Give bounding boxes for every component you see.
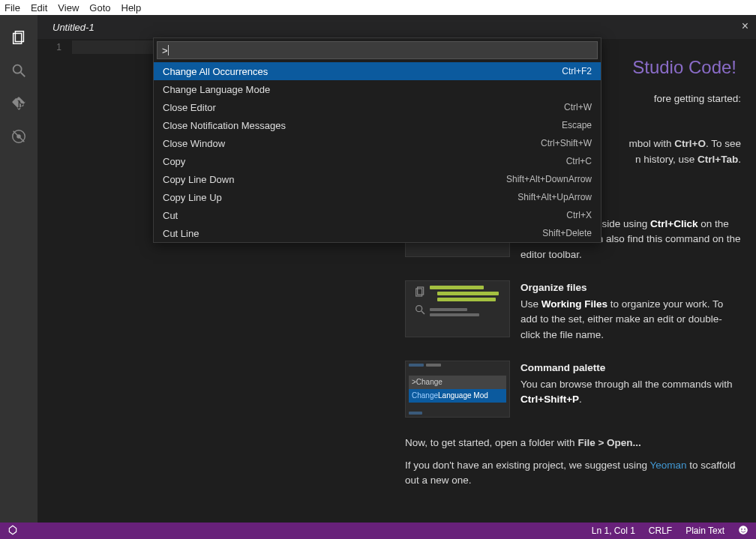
palette-item-close-editor[interactable]: Close EditorCtrl+W	[154, 98, 601, 116]
close-icon[interactable]: ×	[742, 19, 748, 33]
palette-item-label: Close Notification Messages	[163, 120, 286, 131]
editor-tabs: Untitled-1 ×	[38, 15, 756, 39]
menu-file[interactable]: File	[4, 2, 20, 13]
palette-item-shortcut: Ctrl+W	[564, 102, 592, 112]
palette-item-label: Close Window	[163, 138, 225, 149]
feature-organize-text: Use Working Files to organize your work.…	[520, 297, 741, 343]
palette-item-cut[interactable]: CutCtrl+X	[154, 206, 601, 224]
palette-item-close-notification-messages[interactable]: Close Notification MessagesEscape	[154, 116, 601, 134]
svg-point-9	[416, 305, 422, 311]
menu-help[interactable]: Help	[122, 2, 142, 13]
palette-item-shortcut: Ctrl+Shift+W	[541, 138, 592, 148]
palette-item-label: Close Editor	[163, 102, 216, 113]
line-number: 1	[38, 39, 72, 523]
command-palette: > Change All OccurrencesCtrl+F2Change La…	[153, 37, 602, 243]
debug-icon[interactable]	[7, 124, 31, 148]
palette-item-label: Cut Line	[163, 228, 199, 239]
palette-item-shortcut: Shift+Delete	[542, 228, 592, 238]
files-icon[interactable]	[7, 25, 31, 49]
tab-untitled[interactable]: Untitled-1	[52, 22, 94, 33]
palette-item-shortcut: Ctrl+C	[566, 156, 592, 166]
palette-item-change-all-occurrences[interactable]: Change All OccurrencesCtrl+F2	[154, 62, 601, 80]
palette-item-shortcut: Shift+Alt+UpArrow	[518, 192, 592, 202]
svg-line-3	[21, 73, 26, 77]
palette-item-shortcut: Ctrl+X	[566, 210, 592, 220]
palette-item-close-window[interactable]: Close WindowCtrl+Shift+W	[154, 134, 601, 152]
thumb-organize	[405, 280, 510, 337]
svg-point-13	[744, 528, 746, 529]
git-icon[interactable]	[7, 91, 31, 115]
status-bar: Ln 1, Col 1 CRLF Plain Text	[0, 523, 756, 539]
feature-organize-title: Organize files	[520, 280, 741, 295]
palette-item-shortcut: Ctrl+F2	[562, 66, 592, 76]
yeoman-link[interactable]: Yeoman	[650, 460, 687, 471]
menu-goto[interactable]: Goto	[89, 2, 110, 13]
svg-point-12	[741, 528, 742, 529]
feedback-icon[interactable]	[8, 525, 18, 538]
feature-palette-text: You can browse through all the commands …	[520, 377, 741, 408]
thumb-palette: >Change Change Language Mod	[405, 361, 510, 418]
search-icon[interactable]	[7, 58, 31, 82]
feature-palette-title: Command palette	[520, 361, 741, 376]
palette-item-copy[interactable]: CopyCtrl+C	[154, 152, 601, 170]
status-language-mode[interactable]: Plain Text	[686, 526, 724, 536]
palette-item-label: Change All Occurrences	[163, 66, 268, 77]
palette-item-copy-line-down[interactable]: Copy Line DownShift+Alt+DownArrow	[154, 170, 601, 188]
palette-item-label: Copy Line Down	[163, 174, 234, 185]
feature-navigate-text: mbol with Ctrl+O. To see n history, use …	[629, 138, 741, 164]
palette-item-label: Copy	[163, 156, 185, 167]
palette-item-shortcut: Shift+Alt+DownArrow	[506, 174, 592, 184]
palette-item-shortcut: Escape	[562, 120, 592, 130]
palette-item-change-language-mode[interactable]: Change Language Mode	[154, 80, 601, 98]
svg-point-2	[14, 65, 22, 73]
command-palette-input[interactable]: >	[157, 41, 598, 59]
svg-point-6	[16, 134, 21, 139]
palette-item-copy-line-up[interactable]: Copy Line UpShift+Alt+UpArrow	[154, 188, 601, 206]
palette-item-label: Copy Line Up	[163, 192, 222, 203]
palette-item-label: Cut	[163, 210, 178, 221]
welcome-open-folder: Now, to get started, open a folder with …	[405, 436, 741, 451]
svg-point-11	[739, 526, 748, 535]
menu-bar: File Edit View Goto Help	[0, 0, 756, 15]
welcome-yeoman: If you don't have an existing project, w…	[405, 458, 741, 489]
activity-bar	[0, 15, 38, 523]
status-eol[interactable]: CRLF	[649, 526, 672, 536]
menu-edit[interactable]: Edit	[31, 2, 47, 13]
palette-item-cut-line[interactable]: Cut LineShift+Delete	[154, 224, 601, 242]
svg-line-10	[422, 311, 424, 314]
status-cursor-position[interactable]: Ln 1, Col 1	[592, 526, 635, 536]
menu-view[interactable]: View	[58, 2, 79, 13]
palette-item-label: Change Language Mode	[163, 84, 270, 95]
smiley-icon[interactable]	[738, 525, 748, 538]
